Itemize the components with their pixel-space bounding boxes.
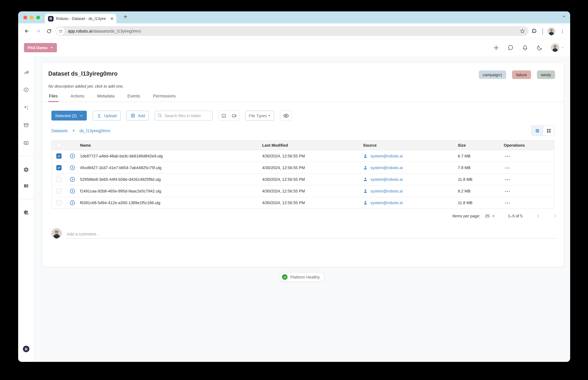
per-page-dropdown[interactable]: 25	[485, 214, 495, 218]
browser-profile-avatar[interactable]	[547, 27, 555, 35]
expand-row-icon[interactable]	[70, 165, 75, 171]
minimize-window-button[interactable]	[30, 16, 34, 19]
grid-view-button[interactable]	[543, 126, 554, 135]
next-page-button[interactable]	[553, 214, 558, 218]
table-row[interactable]: 529586e8-3e65-44f4-b58e-d42614925f9d.ulg…	[52, 173, 554, 185]
feedback-chat-icon[interactable]	[507, 44, 514, 51]
file-types-label: File Types	[249, 113, 267, 118]
extensions-icon[interactable]	[531, 28, 537, 34]
notifications-bell-icon[interactable]	[522, 44, 528, 51]
tab-events[interactable]: Events	[127, 94, 140, 102]
search-input[interactable]	[155, 111, 213, 120]
operations-menu-button[interactable]: •••	[504, 154, 554, 158]
tab-search-chevron-icon[interactable]	[562, 14, 566, 19]
browser-menu-kebab-icon[interactable]	[560, 29, 565, 34]
sidebar-item-marketplace[interactable]	[23, 122, 29, 128]
browser-tab[interactable]: R Roboto - Dataset - ds_l13yire ✕	[45, 14, 116, 23]
breadcrumb-chevron-icon	[72, 129, 76, 133]
column-last-modified[interactable]: Last Modified	[262, 143, 363, 148]
comment-input[interactable]	[66, 230, 558, 239]
reload-button[interactable]	[46, 28, 52, 34]
video-filter-button[interactable]	[229, 111, 239, 120]
tab-close-icon[interactable]: ✕	[110, 16, 114, 21]
page-title: Dataset ds_l13yireg0mro	[48, 70, 118, 77]
row-checkbox[interactable]	[56, 153, 61, 159]
forward-button[interactable]	[35, 28, 41, 34]
breadcrumb-datasets-link[interactable]: Datasets	[51, 128, 68, 133]
add-button[interactable]: Add	[127, 111, 149, 120]
bookmark-star-icon[interactable]	[520, 28, 525, 34]
new-tab-button[interactable]	[123, 14, 128, 19]
file-name-link[interactable]: f6391c68-5d94-412e-a350-1389e1f5c186.ulg	[80, 200, 262, 205]
image-filter-button[interactable]	[219, 111, 229, 120]
sidebar-item-settings-gear-icon[interactable]	[23, 167, 29, 173]
source-link[interactable]: system@roboto.ai	[370, 177, 403, 182]
table-row[interactable]: f6391c68-5d94-412e-a350-1389e1f5c186.ulg…	[52, 197, 554, 209]
list-view-button[interactable]	[532, 126, 543, 135]
file-search	[155, 111, 213, 120]
source-link[interactable]: system@roboto.ai	[370, 200, 403, 205]
sidebar-item-explore[interactable]	[23, 87, 29, 93]
tag-chip[interactable]: failure	[512, 70, 531, 79]
user-avatar[interactable]	[551, 43, 559, 52]
select-all-checkbox[interactable]	[56, 143, 61, 148]
tab-files[interactable]: Files	[49, 94, 58, 102]
description-placeholder[interactable]: No description added yet, click to add o…	[42, 84, 564, 89]
visibility-toggle-button[interactable]	[280, 110, 292, 121]
sidebar-item-analytics[interactable]	[23, 70, 29, 75]
user-menu[interactable]	[551, 43, 564, 52]
tab-permissions[interactable]: Permissions	[153, 94, 176, 102]
sidebar-item-admin-shield-icon[interactable]	[23, 210, 29, 216]
row-checkbox[interactable]	[56, 189, 61, 194]
file-name-link[interactable]: 45cd9427-1b37-41e7-b654-7ab44825c75f.ulg	[80, 165, 262, 170]
file-name-link[interactable]: 1de87727-a4bd-48ab-ba3c-bb6186d842e9.ulg	[80, 154, 262, 158]
operations-menu-button[interactable]: •••	[504, 189, 554, 193]
tag-chip[interactable]: windy	[537, 70, 555, 79]
close-window-button[interactable]	[23, 16, 27, 19]
browser-window: R Roboto - Dataset - ds_l13yire ✕	[18, 11, 570, 362]
source-link[interactable]: system@roboto.ai	[370, 189, 403, 193]
breadcrumb-current-link[interactable]: ds_l13yireg0mro	[80, 128, 110, 133]
source-link[interactable]: system@roboto.ai	[370, 165, 403, 170]
create-new-icon[interactable]	[493, 44, 499, 51]
expand-row-icon[interactable]	[70, 188, 75, 194]
file-name-link[interactable]: 529586e8-3e65-44f4-b58e-d42614925f9d.ulg	[80, 177, 262, 182]
upload-button[interactable]: Upload	[93, 111, 121, 120]
platform-status-badge[interactable]: Platform Healthy	[280, 272, 325, 282]
row-checkbox[interactable]	[56, 165, 61, 170]
row-checkbox[interactable]	[56, 200, 61, 205]
source-link[interactable]: system@roboto.ai	[370, 154, 403, 158]
table-row[interactable]: 45cd9427-1b37-41e7-b654-7ab44825c75f.ulg…	[52, 162, 554, 173]
column-name[interactable]: Name	[80, 143, 262, 148]
sidebar-item-datasets[interactable]	[23, 140, 29, 146]
expand-row-icon[interactable]	[70, 153, 75, 159]
tab-metadata[interactable]: Metadata	[97, 94, 115, 102]
chevron-down-icon	[492, 214, 495, 218]
expand-row-icon[interactable]	[70, 200, 75, 206]
sidebar-item-ai-sparkles[interactable]	[23, 105, 29, 111]
operations-menu-button[interactable]: •••	[504, 178, 554, 181]
roboto-logo-icon[interactable]: R	[22, 345, 30, 353]
file-types-dropdown[interactable]: File Types	[245, 111, 274, 120]
row-checkbox[interactable]	[56, 177, 61, 182]
column-source[interactable]: Source	[363, 143, 458, 148]
table-row[interactable]: f1491caa-92b8-465e-895d-9aac2e5c7942.ulg…	[52, 185, 554, 197]
selected-actions-button[interactable]: Selected (2)	[51, 111, 87, 120]
file-name-link[interactable]: f1491caa-92b8-465e-895d-9aac2e5c7942.ulg	[80, 189, 262, 193]
column-size[interactable]: Size	[458, 143, 504, 148]
dark-mode-moon-icon[interactable]	[536, 44, 543, 51]
previous-page-button[interactable]	[536, 214, 541, 218]
tab-actions[interactable]: Actions	[71, 94, 84, 102]
add-label: Add	[138, 113, 145, 118]
org-selector-button[interactable]: PX4 Demo	[24, 43, 57, 52]
operations-menu-button[interactable]: •••	[504, 166, 554, 170]
expand-row-icon[interactable]	[70, 176, 75, 182]
back-button[interactable]	[24, 28, 30, 34]
table-row[interactable]: 1de87727-a4bd-48ab-ba3c-bb6186d842e9.ulg…	[52, 150, 554, 162]
maximize-window-button[interactable]	[36, 16, 40, 19]
url-bar[interactable]: app.roboto.ai/datasets/ds_l13yireg0mro	[55, 26, 529, 36]
sidebar-item-docs-book-icon[interactable]	[23, 183, 29, 189]
operations-menu-button[interactable]: •••	[504, 201, 554, 205]
tag-chip[interactable]: campaign1	[479, 70, 506, 79]
site-info-icon[interactable]	[56, 27, 65, 35]
